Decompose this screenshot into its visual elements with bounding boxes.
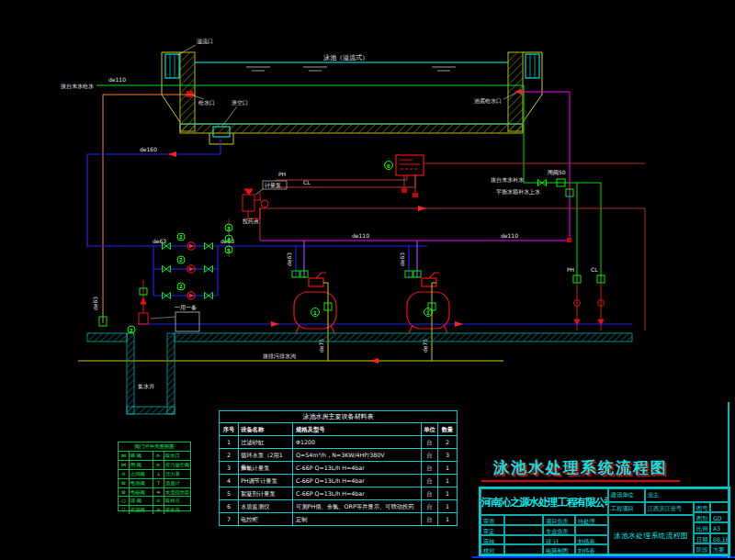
svg-text:5: 5: [227, 248, 231, 253]
project-value: 江西滨江壹号: [645, 502, 694, 516]
left-overflow-grate: [165, 54, 179, 78]
svg-text:4: 4: [227, 237, 231, 242]
ph-label: PH: [278, 171, 286, 177]
stage-value: 方案: [710, 543, 729, 554]
cl2-label: CL: [591, 266, 598, 273]
sign-label: 校对: [481, 544, 504, 554]
frame-right-line: [728, 402, 729, 558]
sign-value: 刘伟春: [575, 535, 608, 545]
left-gutter: [162, 52, 180, 122]
sign-label: 电脑制图: [543, 544, 575, 554]
tap-label: 接自来水给水: [61, 83, 94, 90]
flow-indicator-icon: ≈: [153, 488, 164, 497]
svg-text:2: 2: [179, 284, 183, 289]
svg-text:3: 3: [227, 226, 231, 231]
sheet-no-label: 图号: [694, 502, 710, 512]
pool-floor: [180, 124, 523, 133]
butterfly-valve-icon: ⋈: [119, 452, 130, 460]
sign-label: 审查: [481, 515, 504, 525]
sign-label: 专业负责: [543, 525, 575, 535]
table-row: 1过滤砂缸 Φ1200台 2: [220, 436, 457, 449]
sign-label: 审定: [481, 525, 504, 535]
drain-label: 泄空口: [232, 99, 248, 106]
duty-label: 一用一备: [175, 304, 197, 311]
legend-row: ⋈蝶 阀 ⊳取水口: [119, 452, 190, 461]
owner-label: 建设单位: [608, 488, 645, 502]
intake-icon: ⊳: [153, 452, 164, 460]
category-label: 图别: [694, 512, 710, 522]
makeup1-label: 接自来水补水: [491, 176, 524, 184]
table-row: 6水质监测仪 可测PH值、余氯、ORP等并显示、可联动投药台 1: [220, 500, 457, 513]
de160-label: de160: [140, 146, 157, 152]
equipment-table: 泳池水房主要设备材料表 序号设备名称 规格及型号单位 数量 1过滤砂缸 Φ120…: [219, 410, 458, 526]
scale-value: A3: [710, 522, 729, 532]
makeup2-label: 平衡水箱补水上水: [496, 188, 540, 196]
bottom-inlet-label: 池底给水口: [474, 97, 502, 105]
project-label: 工程项目: [608, 502, 645, 516]
collection-pit: 集水井 2 一用一备: [127, 280, 199, 414]
sign-label: 审核: [481, 535, 504, 545]
de63-left: de63: [153, 238, 166, 244]
svg-text:1: 1: [313, 310, 317, 316]
owner-value: 业主: [645, 488, 729, 502]
dosing-point-label: 投药点: [242, 218, 259, 225]
table-row: 3加氯计量泵 C-66P Q=13L/h H=4bar台 1: [220, 462, 457, 475]
sign-value: [504, 535, 543, 545]
sign-value: [504, 525, 543, 535]
legend-table: 阀门管件类图例图 ⋈蝶 阀 ⊳取水口 ⋈闸 阀 ⊳排污放空阀 ⊘止回阀 ⊥压力表…: [118, 442, 191, 511]
flow-arrow: [168, 151, 176, 157]
check-valve-icon: ⊘: [119, 470, 130, 478]
sign-value: [504, 515, 543, 525]
frame-bottom-line: [472, 556, 735, 558]
valve50-label: 闸阀50: [548, 169, 566, 176]
scale-label: 比例: [694, 522, 710, 532]
de63-feed: de63: [92, 297, 98, 310]
table-row: 2循环水泵（2用1备） Q=54m³/h，N=3KW/4HP/380V台 3: [220, 449, 457, 462]
drain-ditch-icon: ≡: [153, 506, 164, 514]
sampling-point-icon: ⊙: [153, 497, 164, 505]
pipe-sample: PH CL: [260, 163, 645, 330]
motor-valve-icon: ⊠: [119, 479, 130, 487]
legend-row: ⋈闸 阀 ⊳排污放空阀: [119, 461, 190, 470]
legend-row: ⊠电磁阀 ≈水流指示器: [119, 488, 190, 498]
ball-valve-icon: ○: [119, 497, 130, 505]
pit-label: 集水井: [138, 383, 155, 389]
sign-label: 设 计: [543, 535, 575, 545]
mud-valve-icon: ▽: [119, 506, 130, 514]
legend-row: ▽排泥阀 ≡排水沟: [119, 506, 190, 514]
legend-row: ⊠电动阀 ⊤温度计: [119, 479, 190, 488]
drawing-stamp-title: 泳池水处理系统流程图: [481, 457, 680, 482]
sheet-no-value: [710, 502, 729, 512]
title-block: 河南沁之源水处理工程有限公司 建设单位 业主 工程项目 江西滨江壹号 图号 图别…: [479, 487, 730, 556]
cl-label: CL: [303, 179, 311, 185]
gate-valve-icon: ⋈: [119, 461, 130, 469]
category-value: GD: [710, 512, 729, 522]
flow-arrow: [418, 206, 426, 211]
pipe-return: de110: [260, 92, 573, 242]
right-overflow-grate: [526, 54, 539, 78]
duty-note-box: [175, 312, 199, 331]
sign-value: [575, 525, 608, 535]
de63-f1: de63: [286, 252, 292, 266]
submersible-pump: [139, 313, 148, 324]
svg-text:6: 6: [387, 163, 390, 169]
legend-row: ○球 阀 ⊙取样点: [119, 497, 190, 506]
water-ripples: [246, 67, 456, 71]
de63-f2: de63: [399, 252, 405, 266]
thermometer-icon: ⊤: [153, 479, 164, 487]
svg-text:2: 2: [130, 328, 133, 333]
ph2-label: PH: [567, 266, 574, 273]
date-value: 08.16: [710, 533, 729, 543]
pool-label: 泳池（溢流式）: [323, 54, 368, 62]
flow-arrow: [370, 358, 379, 364]
chemical-injectors: [574, 283, 605, 330]
meter-pump-label: 计量泵: [265, 182, 281, 188]
sign-value: 刘伟春: [575, 544, 608, 554]
drawing-title: 泳池水处理系统流程图: [608, 515, 694, 554]
ditch-label: 接排污排水沟: [263, 353, 296, 360]
company-name: 河南沁之源水处理工程有限公司: [481, 488, 608, 515]
sign-value: 待处理: [575, 515, 608, 525]
svg-text:2: 2: [179, 234, 183, 240]
de110-main: de110: [352, 232, 369, 239]
date-label: 日期: [694, 533, 710, 543]
